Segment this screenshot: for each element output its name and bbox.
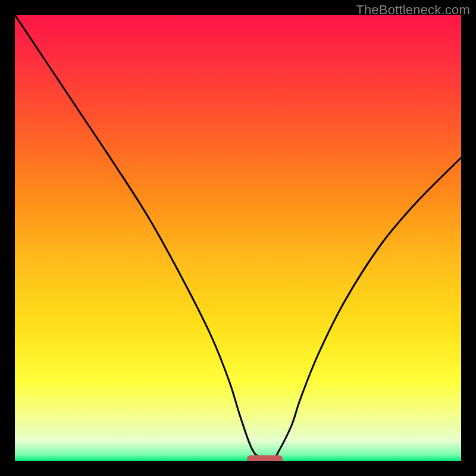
optimal-marker	[247, 455, 283, 461]
watermark-text: TheBottleneck.com	[356, 2, 470, 18]
bottleneck-curve	[15, 15, 461, 459]
plot-area	[15, 15, 461, 461]
chart-frame: TheBottleneck.com	[0, 0, 476, 476]
chart-svg	[15, 15, 461, 461]
